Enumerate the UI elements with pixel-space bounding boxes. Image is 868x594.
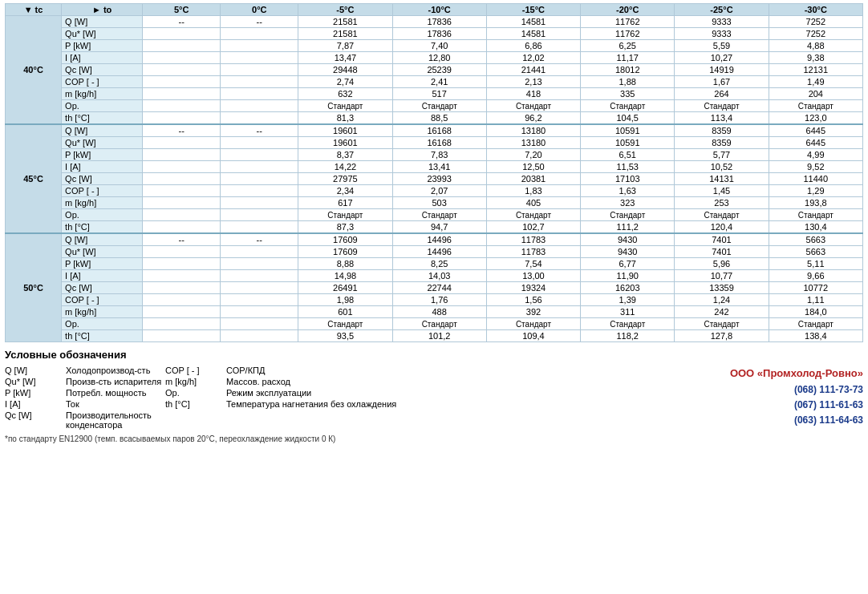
legend-sym-mid: Op.	[165, 388, 221, 398]
table-cell: 96,2	[486, 112, 580, 125]
table-cell	[143, 149, 221, 161]
table-cell: 19601	[298, 124, 392, 137]
row-label: Qu* [W]	[62, 246, 143, 258]
table-cell: 1,49	[769, 76, 862, 88]
table-cell: 14,22	[298, 161, 392, 173]
table-cell: 94,7	[392, 221, 486, 234]
table-cell: 405	[486, 197, 580, 209]
table-cell: 12,80	[392, 52, 486, 64]
table-cell: 81,3	[298, 112, 392, 125]
table-cell: Стандарт	[769, 209, 862, 221]
table-cell: 14496	[392, 233, 486, 246]
legend-sym: Q [W]	[5, 366, 61, 375]
legend-section: Условные обозначения Q [W]Холодопроизвод…	[5, 349, 863, 443]
row-label: th [°C]	[62, 112, 143, 125]
table-cell: --	[143, 124, 221, 137]
table-cell: 392	[486, 306, 580, 318]
table-cell: 8,25	[392, 258, 486, 270]
row-label: I [A]	[62, 270, 143, 282]
table-cell: 10591	[581, 137, 675, 149]
table-cell	[143, 294, 221, 306]
table-cell	[143, 173, 221, 185]
legend-mid-col: COP [ - ]СОР/КПДm [kg/h]Массов. расходOp…	[165, 366, 406, 431]
table-cell	[143, 306, 221, 318]
table-cell: 11440	[769, 173, 862, 185]
legend-item-mid: COP [ - ]СОР/КПД	[165, 366, 406, 375]
table-cell: 2,34	[298, 185, 392, 197]
legend-item: I [A]Ток	[5, 399, 165, 409]
table-cell: --	[221, 16, 298, 28]
table-cell: 13180	[486, 124, 580, 137]
table-cell: 5,77	[675, 149, 769, 161]
table-cell	[143, 258, 221, 270]
table-cell: 1,88	[581, 76, 675, 88]
table-cell	[221, 161, 298, 173]
table-cell: 6,86	[486, 40, 580, 52]
table-cell: 17836	[392, 28, 486, 40]
table-cell: --	[143, 233, 221, 246]
table-cell	[143, 246, 221, 258]
table-cell: 9333	[675, 16, 769, 28]
table-cell	[221, 52, 298, 64]
table-cell	[143, 64, 221, 76]
table-cell	[221, 330, 298, 342]
legend-sym-mid: COP [ - ]	[165, 366, 221, 375]
row-label: m [kg/h]	[62, 88, 143, 100]
legend-sym-mid: th [°C]	[165, 399, 221, 409]
table-cell: 29448	[298, 64, 392, 76]
row-label: Qc [W]	[62, 282, 143, 294]
table-cell: 26491	[298, 282, 392, 294]
table-cell: --	[221, 233, 298, 246]
table-cell: 12,02	[486, 52, 580, 64]
row-label: th [°C]	[62, 221, 143, 234]
table-cell: 8,88	[298, 258, 392, 270]
header-tc: ▼ tc	[6, 4, 62, 16]
legend-sym: P [kW]	[5, 388, 61, 398]
table-cell: Стандарт	[486, 318, 580, 330]
table-cell: 11,17	[581, 52, 675, 64]
table-cell	[143, 221, 221, 234]
table-cell: 418	[486, 88, 580, 100]
legend-desc: Производительность конденсатора	[66, 410, 165, 430]
table-cell: 11,90	[581, 270, 675, 282]
main-container: ▼ tc ► to 5°C 0°C -5°C -10°C -15°C -20°C…	[0, 0, 868, 447]
table-cell: 23993	[392, 173, 486, 185]
table-cell: 123,0	[769, 112, 862, 125]
table-cell: 130,4	[769, 221, 862, 234]
table-cell: 102,7	[486, 221, 580, 234]
legend-desc-mid: СОР/КПД	[226, 366, 265, 375]
table-cell: Стандарт	[581, 209, 675, 221]
table-cell: Стандарт	[298, 209, 392, 221]
company-phone: (067) 111-61-63	[730, 398, 863, 413]
row-label: m [kg/h]	[62, 197, 143, 209]
table-cell: 104,5	[581, 112, 675, 125]
table-cell: 11762	[581, 16, 675, 28]
table-cell	[143, 161, 221, 173]
table-cell: 5663	[769, 246, 862, 258]
table-cell: 632	[298, 88, 392, 100]
tc-label-45°C: 45°C	[6, 124, 62, 233]
row-label: Qu* [W]	[62, 137, 143, 149]
table-cell: --	[221, 124, 298, 137]
table-cell	[221, 209, 298, 221]
tc-label-50°C: 50°C	[6, 233, 62, 342]
table-cell: 6,51	[581, 149, 675, 161]
table-cell: 14581	[486, 16, 580, 28]
table-cell: 6,77	[581, 258, 675, 270]
legend-desc-mid: Режим эксплуатации	[226, 388, 311, 398]
row-label: m [kg/h]	[62, 306, 143, 318]
table-cell: 8,37	[298, 149, 392, 161]
table-cell	[143, 270, 221, 282]
table-cell: 6445	[769, 124, 862, 137]
company-phones: (068) 111-73-73(067) 111-61-63(063) 111-…	[730, 382, 863, 429]
table-cell: 242	[675, 306, 769, 318]
table-cell: 1,24	[675, 294, 769, 306]
row-label: P [kW]	[62, 149, 143, 161]
table-cell: 193,8	[769, 197, 862, 209]
table-cell: 7252	[769, 28, 862, 40]
table-cell: 1,45	[675, 185, 769, 197]
table-cell: 109,4	[486, 330, 580, 342]
table-cell: 1,63	[581, 185, 675, 197]
table-cell: 6445	[769, 137, 862, 149]
table-cell	[221, 40, 298, 52]
